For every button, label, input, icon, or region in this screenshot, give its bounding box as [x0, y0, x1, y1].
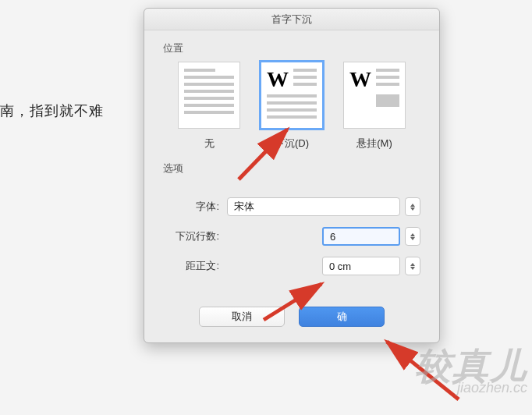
svg-line-2: [387, 342, 459, 399]
dialog-buttons: 取消 确: [144, 296, 439, 342]
section-options-label: 选项: [163, 161, 439, 176]
watermark-pinyin: jiaozhen.cc: [415, 381, 527, 395]
drop-cap-dialog: 首字下沉 位置 无 W 下沉(D): [144, 8, 440, 343]
section-position-label: 位置: [163, 41, 439, 55]
dialog-title: 首字下沉: [144, 9, 439, 30]
font-row: 字体: 宋体: [163, 197, 420, 216]
distance-input[interactable]: 0 cm: [322, 257, 400, 275]
distance-label: 距正文:: [163, 259, 222, 273]
lines-label: 下沉行数:: [163, 229, 222, 243]
position-none[interactable]: 无: [178, 62, 240, 151]
font-dropdown-button[interactable]: [405, 197, 420, 216]
position-drop[interactable]: W 下沉(D): [261, 62, 323, 151]
position-none-label: 无: [178, 137, 240, 151]
thumb-drop-icon: W: [261, 62, 323, 129]
distance-stepper[interactable]: [405, 257, 420, 275]
font-label: 字体:: [163, 200, 222, 214]
position-options: 无 W 下沉(D) W: [144, 62, 439, 151]
position-drop-label: 下沉(D): [261, 137, 323, 151]
distance-row: 距正文: 0 cm: [163, 257, 420, 275]
position-hanging[interactable]: W 悬挂(M): [343, 62, 406, 151]
thumb-none-icon: [178, 62, 240, 129]
font-combo[interactable]: 宋体: [227, 197, 400, 216]
ok-button[interactable]: 确: [299, 307, 385, 327]
lines-input[interactable]: 6: [322, 227, 400, 246]
watermark: 较真儿 jiaozhen.cc: [415, 348, 527, 395]
position-hanging-label: 悬挂(M): [343, 137, 406, 151]
lines-row: 下沉行数: 6: [163, 227, 420, 246]
annotation-arrow-icon: [373, 335, 466, 406]
lines-stepper[interactable]: [405, 227, 420, 246]
options-panel: 字体: 宋体 下沉行数: 6 距正文: 0 cm: [144, 182, 439, 296]
thumb-hanging-icon: W: [343, 62, 406, 129]
watermark-cn: 较真儿: [415, 348, 527, 384]
cancel-button[interactable]: 取消: [199, 307, 285, 327]
document-body-text: 南，指到就不难: [0, 101, 104, 120]
